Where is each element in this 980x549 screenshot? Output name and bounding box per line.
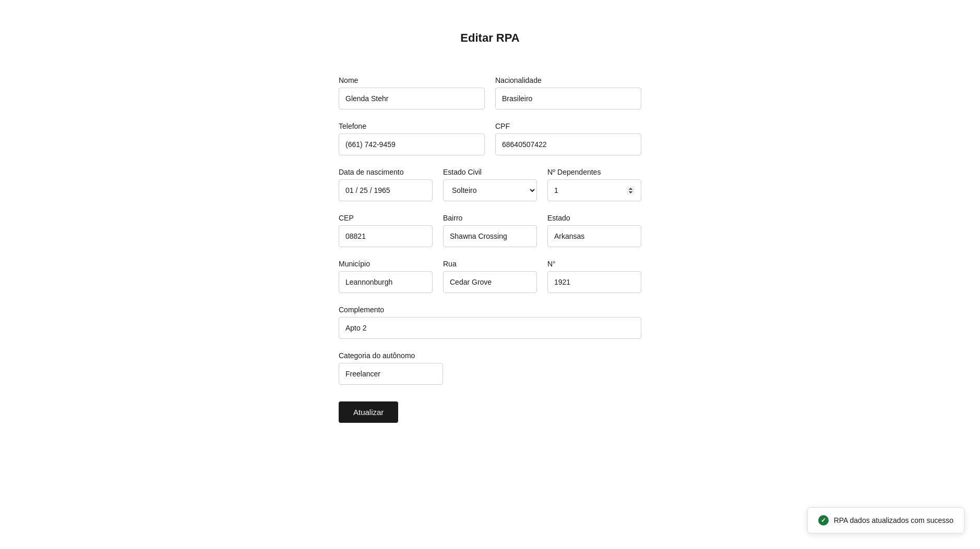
input-nacionalidade[interactable] bbox=[495, 88, 641, 109]
label-cep: CEP bbox=[339, 214, 433, 222]
field-cep: CEP bbox=[339, 214, 433, 247]
field-municipio: Município bbox=[339, 260, 433, 293]
row-categoria: Categoria do autônomo bbox=[339, 351, 641, 385]
row-nome-nacionalidade: Nome Nacionalidade bbox=[339, 76, 641, 109]
input-nome[interactable] bbox=[339, 88, 485, 109]
field-nome: Nome bbox=[339, 76, 485, 109]
field-bairro: Bairro bbox=[443, 214, 537, 247]
label-data-nascimento: Data de nascimento bbox=[339, 168, 433, 176]
label-categoria: Categoria do autônomo bbox=[339, 351, 443, 360]
input-cpf[interactable] bbox=[495, 133, 641, 155]
row-telefone-cpf: Telefone CPF bbox=[339, 122, 641, 155]
row-cep-bairro-estado: CEP Bairro Estado bbox=[339, 214, 641, 247]
field-categoria: Categoria do autônomo bbox=[339, 351, 443, 385]
field-num-dependentes: Nº Dependentes bbox=[547, 168, 641, 201]
label-numero: N° bbox=[547, 260, 641, 268]
label-estado-civil: Estado Civil bbox=[443, 168, 537, 176]
field-cpf: CPF bbox=[495, 122, 641, 155]
num-dependentes-wrapper bbox=[547, 179, 641, 201]
input-rua[interactable] bbox=[443, 271, 537, 293]
row-complemento: Complemento bbox=[339, 306, 641, 339]
label-bairro: Bairro bbox=[443, 214, 537, 222]
input-municipio[interactable] bbox=[339, 271, 433, 293]
date-input-wrapper bbox=[339, 179, 433, 201]
field-numero: N° bbox=[547, 260, 641, 293]
input-complemento[interactable] bbox=[339, 317, 641, 339]
field-complemento: Complemento bbox=[339, 306, 641, 339]
label-municipio: Município bbox=[339, 260, 433, 268]
label-cpf: CPF bbox=[495, 122, 641, 130]
input-cep[interactable] bbox=[339, 225, 433, 247]
label-rua: Rua bbox=[443, 260, 537, 268]
edit-rpa-form: Nome Nacionalidade Telefone CPF Data de … bbox=[339, 76, 641, 423]
input-data-nascimento[interactable] bbox=[339, 179, 433, 201]
toast-notification: RPA dados atualizados com sucesso bbox=[807, 507, 964, 533]
label-num-dependentes: Nº Dependentes bbox=[547, 168, 641, 176]
atualizar-button[interactable]: Atualizar bbox=[339, 401, 398, 423]
input-categoria[interactable] bbox=[339, 363, 443, 385]
input-telefone[interactable] bbox=[339, 133, 485, 155]
submit-row: Atualizar bbox=[339, 397, 641, 423]
select-estado-civil[interactable]: Solteiro Casado Divorciado Viúvo bbox=[443, 179, 537, 201]
page-title: Editar RPA bbox=[339, 31, 641, 45]
input-numero[interactable] bbox=[547, 271, 641, 293]
field-estado: Estado bbox=[547, 214, 641, 247]
row-municipio-rua-numero: Município Rua N° bbox=[339, 260, 641, 293]
field-telefone: Telefone bbox=[339, 122, 485, 155]
label-nacionalidade: Nacionalidade bbox=[495, 76, 641, 84]
toast-message: RPA dados atualizados com sucesso bbox=[834, 516, 953, 524]
label-estado: Estado bbox=[547, 214, 641, 222]
label-nome: Nome bbox=[339, 76, 485, 84]
input-bairro[interactable] bbox=[443, 225, 537, 247]
field-data-nascimento: Data de nascimento bbox=[339, 168, 433, 201]
field-estado-civil: Estado Civil Solteiro Casado Divorciado … bbox=[443, 168, 537, 201]
label-telefone: Telefone bbox=[339, 122, 485, 130]
row-data-estadocivil-dependentes: Data de nascimento Estado Civil Solteiro… bbox=[339, 168, 641, 201]
toast-success-icon bbox=[818, 515, 829, 526]
input-estado[interactable] bbox=[547, 225, 641, 247]
input-num-dependentes[interactable] bbox=[547, 179, 641, 201]
field-nacionalidade: Nacionalidade bbox=[495, 76, 641, 109]
label-complemento: Complemento bbox=[339, 306, 641, 314]
field-rua: Rua bbox=[443, 260, 537, 293]
